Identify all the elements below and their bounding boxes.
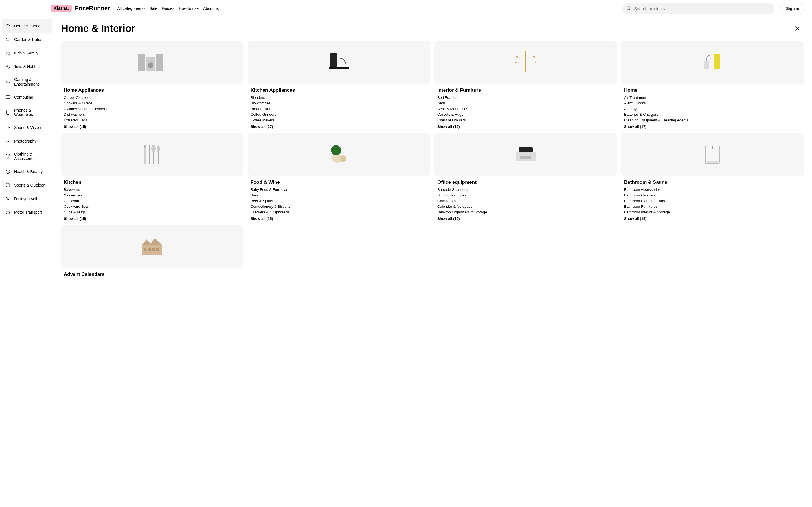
category-link[interactable]: Carpets & Rugs [437,112,617,117]
category-link[interactable]: Cleaning Equipment & Cleaning Agents [624,118,804,122]
category-link[interactable]: Calculators [437,199,617,203]
category-link[interactable]: Chest of Drawers [437,118,617,122]
card-title[interactable]: Bathroom & Sauna [621,179,804,185]
nav-all-categories[interactable]: All categories [117,6,145,11]
card-title[interactable]: Interior & Furniture [435,88,617,93]
category-link[interactable]: Bakeware [64,187,243,192]
card-image[interactable] [61,133,243,176]
card-title[interactable]: Food & Wine [248,179,430,185]
nav-about-us[interactable]: About us [203,6,218,11]
show-all-link[interactable]: Show all (15) [248,217,430,221]
svg-point-21 [148,62,153,68]
category-link[interactable]: Bathroom Cabinets [624,193,804,197]
category-link[interactable]: Desktop Organizers & Storage [437,210,617,214]
show-all-link[interactable]: Show all (15) [61,217,243,221]
category-link[interactable]: Alarm Clocks [624,101,804,105]
category-link[interactable]: Binding Machines [437,193,617,197]
svg-rect-22 [156,54,163,71]
card-image[interactable] [435,41,617,83]
sidebar-item-health-beauty[interactable]: Health & Beauty [0,165,54,178]
category-link[interactable]: Bathroom Interior & Storage [624,210,804,214]
category-link[interactable]: Dishwashers [64,112,243,117]
category-card: Bathroom & SaunaBathroom AccessoriesBath… [621,133,804,221]
category-link[interactable]: Beer & Spirits [251,199,430,203]
category-link[interactable]: Confectionery & Biscuits [251,205,430,209]
nav-sale[interactable]: Sale [149,6,158,11]
category-link[interactable]: Cups & Mugs [64,210,243,214]
svg-rect-51 [144,248,146,251]
category-link[interactable]: Coffee Makers [251,118,430,122]
category-link[interactable]: Extractor Fans [64,118,243,122]
show-all-link[interactable]: Show all (27) [248,124,430,129]
category-link[interactable]: Cookers & Ovens [64,101,243,105]
card-image[interactable] [61,41,243,83]
category-link[interactable]: Cookware Sets [64,205,243,209]
show-all-link[interactable]: Show all (15) [61,124,243,129]
close-button[interactable] [794,25,801,32]
category-link[interactable]: Crackers & Crispbreads [251,210,430,214]
sidebar-item-kids-family[interactable]: Kids & Family [0,46,54,60]
category-link[interactable]: Bars [251,193,430,197]
card-title[interactable]: Home Appliances [61,88,243,93]
show-all-link[interactable]: Show all (15) [621,217,804,221]
card-image[interactable] [621,133,804,176]
category-link[interactable]: Calendar & Notepads [437,205,617,209]
card-title[interactable]: Kitchen [61,179,243,185]
card-title[interactable]: Advent Calendars [61,272,243,277]
nav-how-to-use[interactable]: How to use [179,6,199,11]
sidebar-item-label: Motor Transport [14,210,42,215]
category-link[interactable]: Air Treatment [624,96,804,100]
card-title[interactable]: Office equipment [435,179,617,185]
sidebar-item-motor-transport[interactable]: Motor Transport [0,206,54,219]
signin-button[interactable]: Sign in [780,3,805,14]
show-all-link[interactable]: Show all (15) [435,124,617,129]
sidebar-item-sound-vision[interactable]: Sound & Vision [0,121,54,134]
sidebar-item-home-interior[interactable]: Home & Interior [2,19,52,33]
nav-guides[interactable]: Guides [162,6,174,11]
card-title[interactable]: Kitchen Appliances [248,88,430,93]
category-link[interactable]: Bathroom Extractor Fans [624,199,804,203]
category-link[interactable]: Casseroles [64,193,243,197]
brand-name: PriceRunner [74,5,110,12]
category-link[interactable]: Bathroom Accessories [624,187,804,192]
sidebar-item-sports-outdoor[interactable]: Sports & Outdoor [0,178,54,192]
sidebar-item-phones-wearables[interactable]: Phones & Wearables [0,104,54,121]
sidebar-item-computing[interactable]: Computing [0,90,54,104]
card-image[interactable] [248,133,430,176]
card-image[interactable] [61,225,243,268]
category-link[interactable]: Barcode Scanners [437,187,617,192]
category-link[interactable]: Bathroom Furnitures [624,205,804,209]
category-link[interactable]: Blowtorches [251,101,430,105]
card-image[interactable] [621,41,804,83]
logo[interactable]: Klarna. PriceRunner [51,5,110,12]
sidebar-item-garden-patio[interactable]: Garden & Patio [0,33,54,46]
category-link[interactable]: Batteries & Chargers [624,112,804,117]
category-link[interactable]: Breadmakers [251,107,430,111]
sidebar-item-clothing-accessories[interactable]: Clothing & Accessories [0,148,54,165]
category-link[interactable]: Cylinder Vacuum Cleaners [64,107,243,111]
category-link[interactable]: Bed Frames [437,96,617,100]
search-input[interactable] [634,6,770,11]
sidebar-item-toys-hobbies[interactable]: Toys & Hobbies [0,60,54,73]
sidebar-item-diy[interactable]: Do it yourself [0,192,54,206]
category-link[interactable]: Blenders [251,96,430,100]
category-link[interactable]: Coffee Grinders [251,112,430,117]
layout: Home & Interior Garden & Patio Kids & Fa… [0,17,812,291]
category-link[interactable]: Carpet Cleaners [64,96,243,100]
card-image[interactable] [435,133,617,176]
show-all-link[interactable]: Show all (17) [621,124,804,129]
sidebar-item-gaming-entertainment[interactable]: Gaming & Entertainment [0,73,54,90]
category-card: Advent Calendars [61,225,243,279]
search-box[interactable] [622,3,774,14]
category-link[interactable]: Ashtrays [624,107,804,111]
sidebar-item-label: Home & Interior [14,24,42,28]
category-link[interactable]: Cookware [64,199,243,203]
show-all-link[interactable]: Show all (15) [435,217,617,221]
card-image[interactable] [248,41,430,83]
category-link[interactable]: Beds & Mattresses [437,107,617,111]
svg-point-29 [533,56,535,58]
category-link[interactable]: Beds [437,101,617,105]
category-link[interactable]: Baby Food & Formulas [251,187,430,192]
sidebar-item-photography[interactable]: Photography [0,134,54,148]
card-title[interactable]: Home [621,88,804,93]
